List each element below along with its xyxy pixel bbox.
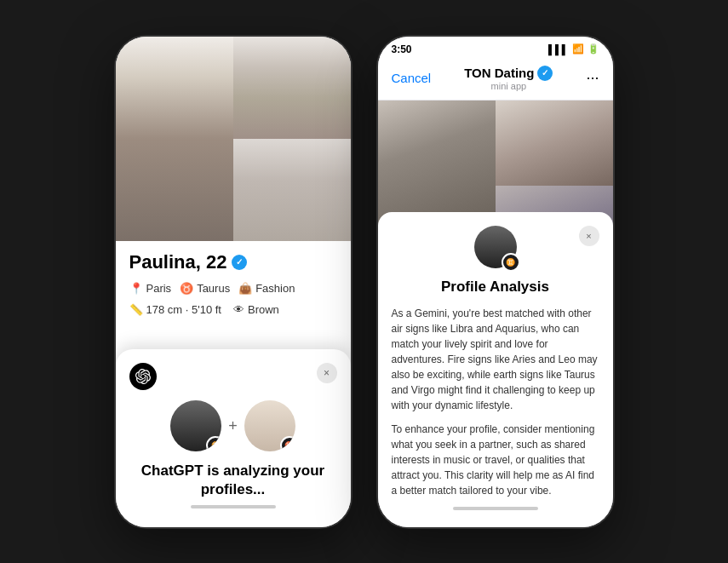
plus-sign: + — [228, 417, 238, 435]
zodiac-icon: ♉ — [180, 282, 193, 295]
location-tag: 📍 Paris — [129, 282, 172, 295]
right-photo-top — [496, 101, 613, 186]
photo-top-right — [233, 37, 351, 139]
ton-verified-badge: ✓ — [537, 66, 553, 81]
cancel-button[interactable]: Cancel — [392, 71, 432, 85]
left-phone: Paulina, 22 ✓ 📍 Paris ♉ Taurus 👜 Fashion — [114, 35, 353, 529]
profile-name: Paulina, 22 ✓ — [129, 251, 337, 273]
chatgpt-logo — [129, 363, 157, 390]
profiles-row: ♊ + ♉ — [170, 400, 295, 451]
wifi-icon: 📶 — [572, 43, 584, 55]
photo-main-left — [116, 37, 233, 241]
male-avatar: ♊ — [170, 400, 221, 451]
ton-title-block: TON Dating ✓ mini app — [464, 66, 553, 91]
card-header: × — [129, 363, 337, 390]
profile-details: 📏 178 cm · 5'10 ft 👁 Brown — [129, 303, 337, 316]
analysis-header: ♊ × — [392, 226, 599, 272]
name-text: Paulina, 22 — [129, 251, 227, 273]
male-zodiac-badge: ♊ — [206, 436, 221, 451]
eye-icon: 👁 — [233, 303, 244, 316]
home-indicator-right — [453, 507, 538, 510]
time: 3:50 — [392, 43, 412, 55]
eye-color-detail: 👁 Brown — [233, 303, 279, 316]
photo-bottom-right — [233, 139, 351, 241]
close-button-left[interactable]: × — [317, 363, 337, 383]
photo-grid-left — [116, 37, 351, 241]
ton-subtitle: mini app — [464, 81, 553, 91]
analysis-card: ♊ × Profile Analysis As a Gemini, you're… — [378, 212, 613, 527]
female-avatar: ♉ — [244, 400, 295, 451]
home-indicator-left — [191, 505, 276, 508]
close-button-right[interactable]: × — [579, 226, 599, 246]
verified-badge: ✓ — [232, 255, 247, 270]
location-icon: 📍 — [129, 282, 143, 295]
zodiac-tag: ♉ Taurus — [180, 282, 230, 295]
battery-icon: 🔋 — [588, 43, 599, 55]
profile-tags: 📍 Paris ♉ Taurus 👜 Fashion — [129, 282, 337, 295]
ton-header: Cancel TON Dating ✓ mini app ··· — [378, 59, 613, 101]
ton-title: TON Dating ✓ — [464, 66, 553, 81]
analyzing-text: ChatGPT is analyzing your profiles... — [129, 462, 337, 499]
analysis-logo-row: ♊ — [474, 226, 517, 268]
status-bar: 3:50 ▌▌▌ 📶 🔋 — [378, 37, 613, 59]
ruler-icon: 📏 — [129, 303, 143, 316]
status-icons: ▌▌▌ 📶 🔋 — [548, 43, 599, 55]
photo-right-col — [233, 37, 351, 241]
signal-icon: ▌▌▌ — [548, 44, 568, 55]
profile-info: Paulina, 22 ✓ 📍 Paris ♉ Taurus 👜 Fashion — [116, 241, 351, 326]
more-button[interactable]: ··· — [586, 69, 599, 87]
bag-icon: 👜 — [238, 282, 252, 295]
analysis-paragraph-2: To enhance your profile, consider mentio… — [392, 422, 599, 498]
industry-tag: 👜 Fashion — [238, 282, 295, 295]
phones-container: Paulina, 22 ✓ 📍 Paris ♉ Taurus 👜 Fashion — [97, 18, 632, 546]
analysis-zodiac-badge: ♊ — [502, 253, 520, 272]
height-detail: 📏 178 cm · 5'10 ft — [129, 303, 221, 316]
female-zodiac-badge: ♉ — [280, 436, 295, 451]
chatgpt-card-left: × ♊ + ♉ ChatGPT is analyzing your profil… — [116, 349, 351, 526]
right-phone: 3:50 ▌▌▌ 📶 🔋 Cancel TON Dating ✓ mini ap… — [376, 35, 615, 529]
analysis-title: Profile Analysis — [392, 279, 599, 296]
analysis-paragraph-1: As a Gemini, you're best matched with ot… — [392, 306, 599, 413]
